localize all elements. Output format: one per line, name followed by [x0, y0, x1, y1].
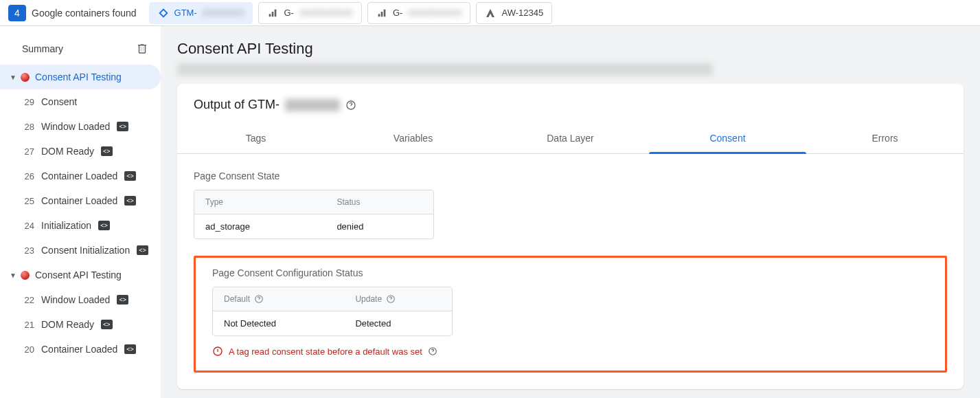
sidebar-event[interactable]: 21DOM Ready<>: [0, 312, 161, 337]
event-number: 28: [22, 122, 34, 132]
td-update: Detected: [344, 311, 452, 335]
api-badge-icon: <>: [117, 122, 128, 131]
container-count-badge: 4: [8, 5, 26, 21]
api-badge-icon: <>: [124, 196, 136, 206]
sidebar-event[interactable]: 26Container Loaded<>: [0, 164, 161, 188]
sidebar-summary[interactable]: Summary: [22, 43, 63, 54]
sidebar-event[interactable]: 20Container Loaded<>: [0, 337, 161, 362]
event-number: 22: [22, 295, 34, 305]
container-chip[interactable]: G-XXXXXXXXX: [258, 2, 362, 24]
help-icon[interactable]: [254, 294, 264, 304]
event-label: Consent: [41, 96, 77, 107]
event-number: 26: [22, 171, 34, 181]
config-status-title: Page Consent Configuration Status: [212, 267, 928, 278]
api-badge-icon: <>: [124, 171, 136, 181]
gtm-icon: [158, 8, 169, 19]
page-group-label: Consent API Testing: [35, 71, 122, 82]
consent-warning-text: A tag read consent state before a defaul…: [229, 346, 422, 357]
sidebar-event[interactable]: 29Consent: [0, 89, 161, 114]
topbar: 4 Google containers found GTM-XXXXXXXG-X…: [0, 0, 980, 26]
chip-id-blurred: XXXXXXXXX: [299, 8, 353, 18]
event-label: DOM Ready: [41, 146, 94, 157]
consent-state-table: Type Status ad_storage denied: [194, 190, 434, 239]
svg-rect-1: [272, 12, 274, 16]
output-card: Output of GTM- TagsVariablesData LayerCo…: [177, 84, 964, 389]
table-row: Not Detected Detected: [213, 311, 452, 335]
sidebar: Summary ▼Consent API Testing29Consent28W…: [0, 26, 161, 398]
event-label: Container Loaded: [41, 195, 117, 206]
error-icon: [212, 346, 223, 357]
tab-consent[interactable]: Consent: [649, 123, 806, 153]
table-row: ad_storage denied: [194, 214, 433, 239]
chip-id-blurred: XXXXXXX: [203, 8, 244, 18]
chip-label: G-: [284, 8, 293, 18]
th-type: Type: [194, 190, 326, 214]
svg-rect-5: [384, 9, 386, 16]
td-default: Not Detected: [213, 311, 344, 335]
tab-tags[interactable]: Tags: [177, 123, 334, 153]
container-chip[interactable]: AW-12345: [476, 2, 552, 24]
th-status: Status: [326, 190, 433, 214]
help-icon[interactable]: [428, 346, 437, 356]
api-badge-icon: <>: [98, 221, 110, 230]
event-label: Window Loaded: [41, 294, 110, 305]
event-number: 20: [22, 344, 34, 355]
sidebar-event[interactable]: 24Initialization<>: [0, 213, 161, 238]
event-number: 29: [22, 97, 34, 107]
svg-rect-0: [269, 14, 271, 16]
config-status-highlight: Page Consent Configuration Status Defaul…: [194, 256, 947, 373]
sidebar-event[interactable]: 28Window Loaded<>: [0, 114, 161, 139]
container-chip[interactable]: GTM-XXXXXXX: [149, 2, 253, 24]
event-number: 27: [22, 146, 34, 157]
help-icon[interactable]: [386, 294, 396, 304]
consent-warning: A tag read consent state before a defaul…: [212, 346, 928, 357]
help-icon[interactable]: [345, 100, 356, 111]
chip-label: GTM-: [174, 8, 197, 18]
page-title: Consent API Testing: [177, 40, 964, 58]
chip-id-blurred: XXXXXXXXX: [408, 8, 461, 18]
clear-icon[interactable]: [136, 43, 148, 55]
svg-rect-2: [275, 9, 277, 16]
td-status: denied: [326, 214, 433, 239]
svg-rect-4: [381, 12, 383, 16]
event-label: Consent Initialization: [41, 245, 130, 256]
chevron-down-icon: ▼: [10, 74, 15, 81]
ga-icon: [376, 8, 387, 19]
chip-label: G-: [393, 8, 402, 18]
sidebar-event[interactable]: 27DOM Ready<>: [0, 139, 161, 164]
sidebar-event[interactable]: 23Consent Initialization<>: [0, 238, 161, 263]
output-container-id-blurred: [285, 99, 340, 111]
event-number: 21: [22, 320, 34, 330]
chevron-down-icon: ▼: [10, 272, 15, 279]
tab-data-layer[interactable]: Data Layer: [492, 123, 649, 153]
event-label: Window Loaded: [41, 121, 110, 132]
event-number: 24: [22, 221, 34, 231]
event-number: 25: [22, 196, 34, 206]
output-title-prefix: Output of GTM-: [194, 98, 280, 112]
api-badge-icon: <>: [101, 146, 113, 156]
api-badge-icon: <>: [124, 344, 136, 354]
event-label: DOM Ready: [41, 319, 94, 330]
tab-errors[interactable]: Errors: [806, 123, 964, 153]
sidebar-event[interactable]: 22Window Loaded<>: [0, 287, 161, 312]
consent-state-title: Page Consent State: [194, 170, 947, 181]
th-update: Update: [355, 294, 382, 304]
containers-found-label: Google containers found: [32, 8, 137, 19]
svg-rect-3: [378, 14, 380, 16]
output-tabs: TagsVariablesData LayerConsentErrors: [177, 123, 964, 154]
sidebar-page-group[interactable]: ▼Consent API Testing: [0, 65, 161, 89]
event-number: 23: [22, 245, 34, 256]
event-label: Container Loaded: [41, 170, 117, 181]
event-label: Container Loaded: [41, 344, 117, 355]
event-label: Initialization: [41, 220, 91, 231]
td-type: ad_storage: [194, 214, 326, 239]
sidebar-page-group[interactable]: ▼Consent API Testing: [0, 263, 161, 287]
ga-icon: [267, 8, 278, 19]
config-status-table: Default Update: [212, 287, 453, 336]
sidebar-event[interactable]: 25Container Loaded<>: [0, 188, 161, 213]
api-badge-icon: <>: [117, 295, 128, 305]
container-chip[interactable]: G-XXXXXXXXX: [367, 2, 471, 24]
record-icon: [21, 73, 30, 82]
tab-variables[interactable]: Variables: [334, 123, 492, 153]
th-default: Default: [224, 294, 250, 304]
